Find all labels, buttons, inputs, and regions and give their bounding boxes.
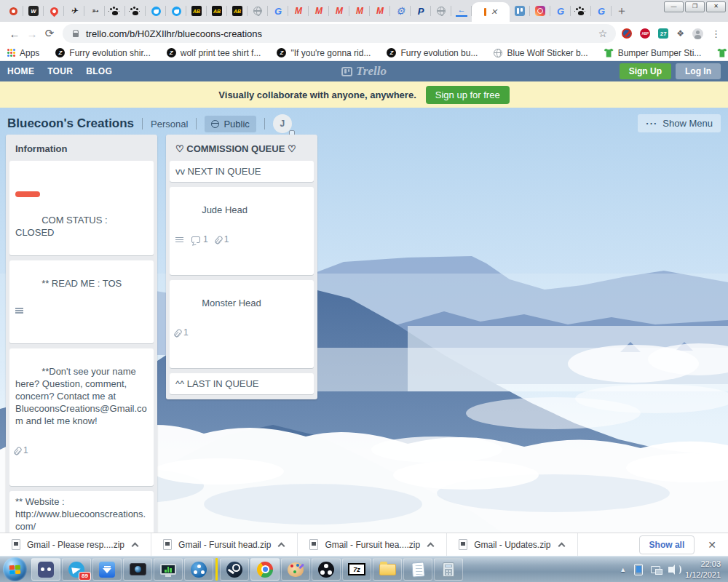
restore-button[interactable]: ❐ bbox=[685, 1, 705, 12]
tab-google-maps[interactable] bbox=[44, 0, 64, 22]
bookmark-apps[interactable]: Apps bbox=[7, 48, 39, 58]
board-team-label[interactable]: Personal bbox=[151, 119, 188, 129]
browser-menu-icon[interactable]: ⋮ bbox=[711, 28, 721, 39]
taskbar-calculator[interactable] bbox=[434, 558, 463, 581]
tab-instagram[interactable] bbox=[530, 0, 550, 22]
tab-downloads[interactable]: ← bbox=[451, 0, 472, 22]
bookmark-item[interactable]: Zwolf print tee shirt f... bbox=[167, 48, 261, 58]
device-tray-icon[interactable] bbox=[634, 564, 643, 575]
tab-gmail-4[interactable]: M bbox=[349, 0, 370, 22]
taskbar-discord[interactable] bbox=[31, 558, 60, 581]
card-last-in-queue[interactable]: ^^ LAST IN QUEUE bbox=[170, 373, 314, 394]
tab-paw-1[interactable] bbox=[105, 0, 125, 22]
chevron-up-icon[interactable] bbox=[427, 542, 435, 549]
tab-ab-2[interactable]: AB bbox=[207, 0, 227, 22]
minimize-button[interactable]: — bbox=[664, 1, 684, 12]
tab-trello[interactable] bbox=[510, 0, 530, 22]
reload-button[interactable]: ⟳ bbox=[41, 27, 58, 40]
network-tray-icon[interactable] bbox=[651, 566, 660, 573]
taskbar-system-monitor[interactable] bbox=[154, 558, 183, 581]
tab-gmail-2[interactable]: M bbox=[309, 0, 329, 22]
volume-tray-icon[interactable] bbox=[668, 567, 673, 573]
card-monster-head[interactable]: Monster Head 1 bbox=[170, 280, 314, 368]
bookmark-item[interactable]: Bumper Bumper Sti... bbox=[604, 48, 702, 58]
close-button[interactable]: ✕ bbox=[706, 1, 726, 12]
tab-ab-1[interactable]: AB bbox=[186, 0, 207, 22]
tab-paypal[interactable]: P bbox=[411, 0, 431, 22]
start-button[interactable] bbox=[3, 557, 27, 581]
member-avatar[interactable]: J bbox=[273, 114, 292, 133]
log-in-button[interactable]: Log In bbox=[676, 63, 721, 79]
download-item[interactable]: Gmail - Updates.zip bbox=[447, 533, 577, 556]
forward-button[interactable]: → bbox=[23, 28, 41, 40]
tab-weasyl[interactable]: w bbox=[23, 0, 44, 22]
ublock-extension-icon[interactable] bbox=[622, 28, 632, 39]
taskbar-screen-recorder[interactable] bbox=[123, 558, 152, 581]
taskbar-7zip[interactable]: 7z bbox=[342, 558, 371, 581]
taskbar-paint-app[interactable] bbox=[281, 558, 310, 581]
taskbar-obs[interactable] bbox=[312, 558, 341, 581]
bookmark-item[interactable]: ' bbox=[717, 48, 728, 58]
card-com-status[interactable]: COM STATUS : CLOSED bbox=[9, 161, 154, 255]
taskbar-clock[interactable]: 22:03 1/12/2021 bbox=[685, 559, 721, 580]
bookmark-item[interactable]: Blue Wolf Sticker b... bbox=[494, 48, 587, 58]
tab-cursor[interactable]: ➳ bbox=[84, 0, 105, 22]
abp-extension-icon[interactable]: ABP bbox=[640, 28, 650, 39]
chevron-up-icon[interactable] bbox=[132, 542, 139, 549]
red-label[interactable] bbox=[15, 191, 40, 197]
show-menu-button[interactable]: ··· Show Menu bbox=[638, 114, 721, 132]
tab-gmail-1[interactable]: M bbox=[288, 0, 309, 22]
tab-google-3[interactable]: G bbox=[591, 0, 612, 22]
show-all-button[interactable]: Show all bbox=[639, 535, 695, 554]
taskbar-blue-dots-app[interactable] bbox=[184, 558, 213, 581]
bookmark-item[interactable]: Z"If you're gonna rid... bbox=[277, 48, 371, 58]
tab-close-icon[interactable]: ✕ bbox=[491, 7, 497, 17]
tab-red-ring[interactable] bbox=[3, 0, 23, 22]
card-next-in-queue[interactable]: vv NEXT IN QUEUE bbox=[170, 161, 314, 182]
tab-twitter-2[interactable] bbox=[166, 0, 186, 22]
card-website[interactable]: ** Website : http://www.bluecoonscreatio… bbox=[9, 491, 154, 533]
tab-google-2[interactable]: G bbox=[550, 0, 571, 22]
taskbar-download-manager[interactable] bbox=[92, 558, 122, 581]
bookmark-item[interactable]: ZFurry evolution shir... bbox=[55, 48, 150, 58]
download-item[interactable]: Gmail - Fursuit hea....zip bbox=[298, 533, 447, 556]
tab-twitter-1[interactable] bbox=[146, 0, 166, 22]
tab-settings[interactable]: ⚙ bbox=[390, 0, 411, 22]
download-item[interactable]: Gmail - Please resp....zip bbox=[0, 533, 151, 556]
tab-paw-2[interactable] bbox=[125, 0, 146, 22]
tab-gmail-5[interactable]: M bbox=[370, 0, 390, 22]
tab-globe-1[interactable] bbox=[248, 0, 268, 22]
tab-flights[interactable]: ✈ bbox=[64, 0, 84, 22]
list-title[interactable]: Information bbox=[9, 138, 154, 161]
nav-home-link[interactable]: HOME bbox=[7, 66, 34, 76]
profile-avatar-icon[interactable] bbox=[692, 28, 703, 39]
new-tab-button[interactable]: ＋ bbox=[612, 0, 632, 22]
address-bar[interactable]: trello.com/b/H0ZXIlhr/bluecoons-creation… bbox=[63, 24, 616, 43]
bookmark-star-icon[interactable]: ☆ bbox=[598, 28, 608, 39]
card-contact[interactable]: **Don't see your name here? Question, co… bbox=[9, 348, 154, 486]
board-title[interactable]: Bluecoon's Creations bbox=[7, 116, 134, 131]
back-button[interactable]: ← bbox=[6, 28, 23, 40]
captcha-extension-icon[interactable]: 27 bbox=[658, 28, 668, 39]
tab-globe-2[interactable] bbox=[431, 0, 451, 22]
sign-up-button[interactable]: Sign Up bbox=[620, 63, 671, 79]
tab-ab-3[interactable]: AB bbox=[227, 0, 248, 22]
sign-up-for-free-button[interactable]: Sign up for free bbox=[426, 86, 510, 104]
taskbar-chrome[interactable] bbox=[250, 558, 280, 581]
download-item[interactable]: Gmail - Fursuit head.zip bbox=[151, 533, 298, 556]
taskbar-steam[interactable] bbox=[220, 558, 249, 581]
tab-paw-3[interactable] bbox=[571, 0, 591, 22]
tab-gmail-3[interactable]: M bbox=[329, 0, 349, 22]
puzzle-extensions-icon[interactable]: ❖ bbox=[676, 28, 684, 39]
downloads-close-icon[interactable]: ✕ bbox=[708, 539, 716, 551]
card-read-me[interactable]: ** READ ME : TOS bbox=[9, 260, 154, 343]
chevron-up-icon[interactable] bbox=[278, 542, 285, 549]
taskbar-notepad[interactable] bbox=[403, 558, 432, 581]
tray-expand-icon[interactable]: ▲ bbox=[620, 566, 626, 573]
tab-active-trello[interactable]: ✕ bbox=[472, 2, 510, 22]
bookmark-item[interactable]: ZFurry evolution bu... bbox=[387, 48, 478, 58]
tab-google-1[interactable]: G bbox=[268, 0, 288, 22]
nav-tour-link[interactable]: TOUR bbox=[47, 66, 73, 76]
chevron-up-icon[interactable] bbox=[558, 542, 565, 549]
nav-blog-link[interactable]: BLOG bbox=[86, 66, 112, 76]
